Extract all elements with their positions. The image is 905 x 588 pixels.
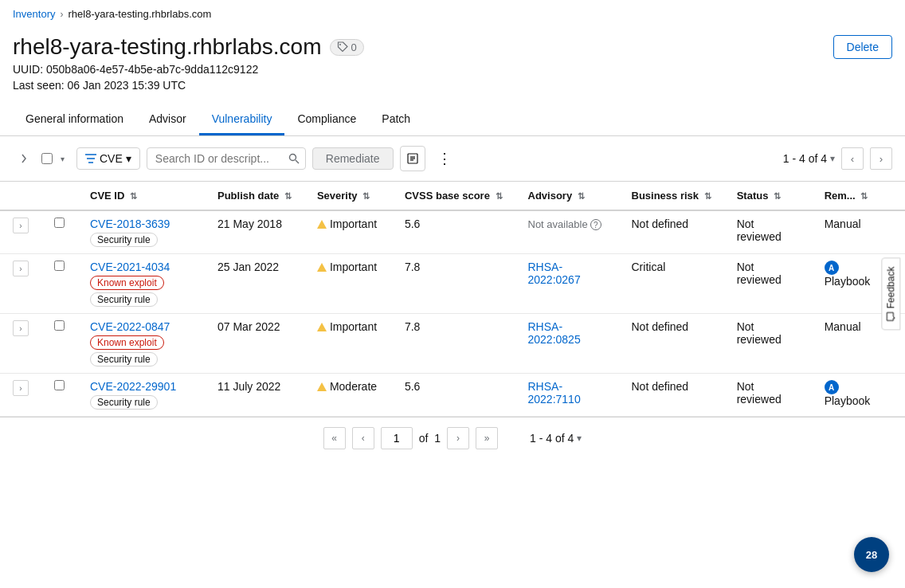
sort-business-risk[interactable]: ⇅ [704, 191, 711, 201]
sort-publish-date[interactable]: ⇅ [284, 191, 292, 201]
cve-id-link[interactable]: CVE-2018-3639 [90, 218, 192, 230]
status-cell: Not reviewed [724, 210, 812, 254]
sort-cve-id[interactable]: ⇅ [130, 191, 137, 201]
tag-badge[interactable]: 0 [330, 39, 364, 56]
advisory-link[interactable]: RHSA-2022:7110 [528, 380, 581, 406]
advisory-link[interactable]: RHSA-2022:0267 [528, 261, 581, 286]
footer-next-page-button[interactable]: › [447, 427, 469, 449]
remediate-button[interactable]: Remediate [312, 147, 394, 170]
pagination-dropdown-button[interactable]: ▾ [830, 153, 835, 164]
tab-general-information[interactable]: General information [13, 104, 136, 135]
row-expand-button[interactable]: › [13, 218, 29, 233]
inventory-nav-link[interactable]: Inventory [13, 8, 55, 20]
sort-remediation[interactable]: ⇅ [860, 191, 868, 201]
export-icon [407, 153, 418, 164]
svg-point-1 [289, 155, 296, 161]
col-header-severity: Severity ⇅ [304, 182, 392, 210]
sort-advisory[interactable]: ⇅ [578, 191, 585, 201]
remediation-label: Manual [825, 218, 861, 230]
host-uuid: UUID: 050b8a06-4e57-4b5e-ab7c-9dda112c91… [13, 63, 892, 76]
publish-date: 11 July 2022 [205, 374, 304, 417]
toolbar-kebab-button[interactable]: ⋮ [432, 146, 457, 171]
feedback-tab[interactable]: Feedback [882, 258, 901, 331]
host-last-seen: Last seen: 06 Jan 2023 15:39 UTC [13, 79, 892, 92]
search-icon[interactable] [288, 153, 300, 164]
severity-icon [317, 263, 327, 272]
tab-compliance[interactable]: Compliance [284, 104, 369, 135]
footer-last-page-button[interactable]: » [476, 427, 498, 449]
select-all-checkbox[interactable] [41, 153, 53, 164]
svg-line-2 [296, 160, 299, 163]
feedback-label: Feedback [886, 267, 897, 309]
row-checkbox[interactable] [54, 218, 65, 228]
advisory-cell: Not available? [515, 210, 619, 254]
row-checkbox[interactable] [54, 320, 65, 331]
tab-vulnerability[interactable]: Vulnerability [199, 104, 285, 135]
advisory-link[interactable]: RHSA-2022:0825 [528, 320, 581, 346]
row-checkbox[interactable] [54, 261, 65, 271]
page-number-input[interactable] [381, 427, 413, 449]
filter-label: CVE [100, 152, 123, 165]
col-header-business-risk: Business risk ⇅ [619, 182, 724, 210]
table-row: › CVE-2022-29901 Security rule 11 July 2… [0, 374, 905, 417]
footer-pagination-dropdown[interactable]: ▾ [577, 433, 582, 444]
search-input[interactable] [147, 147, 306, 170]
host-title-text: rhel8-yara-testing.rhbrlabs.com [13, 34, 322, 60]
col-header-publish-date: Publish date ⇅ [205, 182, 304, 210]
table-row: › CVE-2018-3639 Security rule 21 May 201… [0, 210, 905, 254]
footer-pagination-label: 1 - 4 of 4 [530, 432, 574, 445]
breadcrumb: Inventory › rhel8-yara-testing.rhbrlabs.… [0, 0, 905, 28]
business-risk: Not defined [619, 314, 724, 374]
tab-patch[interactable]: Patch [369, 104, 423, 135]
business-risk: Not defined [619, 210, 724, 254]
expand-all-button[interactable] [13, 147, 35, 170]
advisory-cell: RHSA-2022:0825 [515, 314, 619, 374]
pagination-next-button[interactable]: › [870, 147, 892, 170]
cve-table: CVE ID ⇅ Publish date ⇅ Severity ⇅ CVSS … [0, 182, 905, 417]
advisory-cell: RHSA-2022:7110 [515, 374, 619, 417]
table-row: › CVE-2022-0847 Known exploitSecurity ru… [0, 314, 905, 374]
sort-cvss[interactable]: ⇅ [496, 191, 503, 201]
publish-date: 21 May 2018 [205, 210, 304, 254]
select-all-checkbox-wrapper[interactable]: ▾ [41, 147, 70, 170]
col-header-status: Status ⇅ [724, 182, 812, 210]
severity-label: Important [330, 320, 377, 333]
tab-advisor[interactable]: Advisor [136, 104, 199, 135]
delete-button[interactable]: Delete [833, 35, 892, 59]
security-rule-badge: Security rule [90, 395, 158, 410]
status-label: Not reviewed [737, 261, 782, 286]
pagination-prev-button[interactable]: ‹ [841, 147, 864, 170]
export-button[interactable] [400, 146, 425, 171]
chat-badge[interactable]: 28 [854, 537, 889, 572]
sort-severity[interactable]: ⇅ [362, 191, 370, 201]
chat-badge-count: 28 [866, 549, 877, 561]
row-expand-button[interactable]: › [13, 320, 29, 336]
row-expand-button[interactable]: › [13, 261, 29, 276]
select-dropdown-arrow[interactable]: ▾ [54, 147, 70, 170]
cve-id-link[interactable]: CVE-2022-0847 [90, 320, 192, 333]
page-total: 1 [434, 432, 441, 445]
expand-all-icon [18, 153, 29, 164]
status-cell: Not reviewed [724, 254, 812, 314]
advisory-question-mark[interactable]: ? [590, 219, 601, 230]
footer-prev-page-button[interactable]: ‹ [352, 427, 374, 449]
footer-first-page-button[interactable]: « [323, 427, 346, 449]
status-cell: Not reviewed [724, 314, 812, 374]
sort-status[interactable]: ⇅ [774, 191, 781, 201]
status-cell: Not reviewed [724, 374, 812, 417]
cve-id-link[interactable]: CVE-2021-4034 [90, 261, 192, 273]
cve-id-link[interactable]: CVE-2022-29901 [90, 380, 192, 393]
col-header-cvss: CVSS base score ⇅ [392, 182, 515, 210]
row-expand-button[interactable]: › [13, 380, 29, 396]
feedback-icon [887, 312, 896, 321]
remediation-cell: APlaybook [812, 254, 891, 314]
severity-label: Moderate [330, 380, 377, 393]
remediation-label: Manual [825, 320, 861, 333]
search-wrapper [147, 147, 306, 170]
filter-cve-button[interactable]: CVE ▾ [76, 147, 140, 170]
business-risk: Critical [619, 254, 724, 314]
severity-icon [317, 220, 327, 229]
severity-icon [317, 323, 327, 331]
publish-date: 07 Mar 2022 [205, 314, 304, 374]
row-checkbox[interactable] [54, 380, 65, 390]
